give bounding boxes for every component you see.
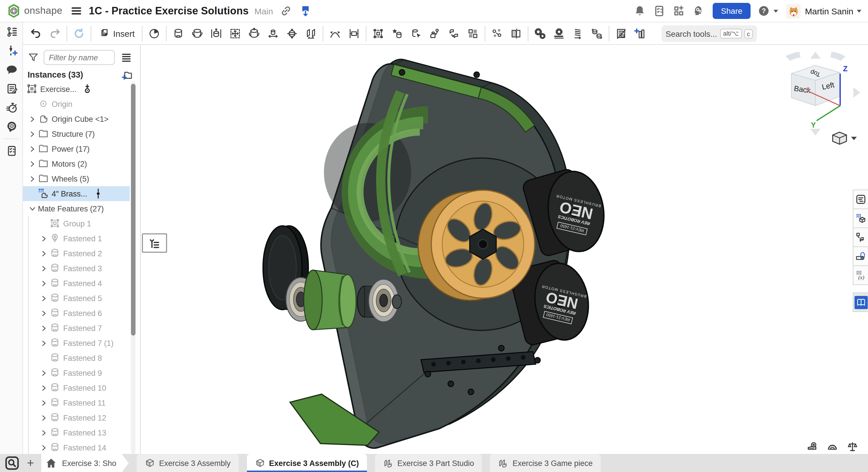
collapse-chevron-icon[interactable] <box>26 203 38 214</box>
tree-item-fastened-7-1[interactable]: Fastened 7 (1) <box>23 335 141 351</box>
linear-pattern-button[interactable] <box>463 24 482 42</box>
mate-connector-button[interactable] <box>145 24 163 42</box>
cylindrical-mate-button[interactable] <box>244 24 263 42</box>
tree-item-fastened-8[interactable]: Fastened 8 <box>23 351 141 365</box>
add-tab-button[interactable]: + <box>23 454 38 472</box>
display-states-panel-button[interactable] <box>853 246 868 266</box>
user-avatar[interactable] <box>786 4 801 18</box>
create-version-icon[interactable] <box>0 41 23 60</box>
tree-item-fastened-9[interactable]: Fastened 9 <box>23 365 141 380</box>
feedback-icon[interactable] <box>0 117 23 136</box>
tree-item-structure-folder[interactable]: Structure (7) <box>23 126 141 141</box>
exploded-view-button[interactable] <box>487 24 506 42</box>
variables-panel-button[interactable] <box>853 265 868 285</box>
screw-relation-button[interactable] <box>568 24 587 42</box>
tree-item-fastened-13[interactable]: Fastened 13 <box>23 425 141 440</box>
tree-item-fastened-7[interactable]: Fastened 7 <box>23 321 141 335</box>
expand-chevron-icon[interactable] <box>26 173 38 184</box>
named-positions-button[interactable] <box>388 24 406 42</box>
derived-parts-panel-button[interactable] <box>853 228 868 247</box>
expand-chevron-icon[interactable] <box>38 263 50 274</box>
width-mate-button[interactable] <box>344 24 363 42</box>
tree-item-fastened-11[interactable]: Fastened 11 <box>23 395 141 410</box>
group-button[interactable] <box>368 24 388 42</box>
expand-chevron-icon[interactable] <box>38 248 50 259</box>
user-caret-icon[interactable] <box>857 9 861 12</box>
workspace-name[interactable]: Main <box>254 6 273 16</box>
tasks-icon[interactable] <box>0 141 23 160</box>
expand-chevron-icon[interactable] <box>38 292 50 304</box>
redo-button[interactable] <box>45 24 64 42</box>
tab-exercise-3-shooter[interactable]: Exercise 3: Sho <box>41 454 129 472</box>
expand-chevron-icon[interactable] <box>26 158 38 170</box>
tree-item-origin[interactable]: Origin <box>23 96 141 112</box>
tree-item-assembly-root[interactable]: Exercise... <box>23 82 141 96</box>
learning-brain-icon[interactable] <box>692 5 705 17</box>
protractor-icon[interactable] <box>827 441 838 452</box>
versions-flag-icon[interactable] <box>300 5 312 17</box>
tree-item-fastened-4[interactable]: Fastened 4 <box>23 276 141 291</box>
expand-chevron-icon[interactable] <box>26 143 38 154</box>
ball-mate-button[interactable] <box>282 24 301 42</box>
tree-item-fastened-14[interactable]: Fastened 14 <box>23 440 141 454</box>
tangent-mate-button[interactable] <box>325 24 344 42</box>
search-tools-input[interactable]: Search tools... alt/⌥ c <box>661 25 757 42</box>
bom-table-button[interactable] <box>611 24 630 42</box>
expand-chevron-icon[interactable] <box>38 397 50 409</box>
planar-mate-button[interactable] <box>225 24 244 42</box>
expand-chevron-icon[interactable] <box>38 367 50 379</box>
rack-pinion-relation-button[interactable] <box>549 24 568 42</box>
tab-exercise-3-assembly[interactable]: Exercise 3 Assembly <box>137 454 239 472</box>
help-caret-icon[interactable] <box>774 9 778 12</box>
onshape-logo[interactable]: onshape <box>7 4 62 18</box>
tree-item-fastened-1[interactable]: Fastened 1 <box>23 231 141 246</box>
slider-mate-button[interactable] <box>207 24 225 42</box>
add-folder-icon[interactable] <box>121 69 133 81</box>
search-tabs-icon[interactable] <box>5 455 20 471</box>
tab-exercise-3-part-studio[interactable]: Exercise 3 Part Studio <box>375 454 482 472</box>
user-name[interactable]: Martin Sanin <box>805 6 854 16</box>
structure-panel-button[interactable] <box>853 189 868 209</box>
tree-scrollbar-thumb[interactable] <box>131 84 135 335</box>
pin-slot-mate-button[interactable] <box>263 24 282 42</box>
tree-item-fastened-12[interactable]: Fastened 12 <box>23 410 141 425</box>
notifications-bell-icon[interactable] <box>634 5 646 17</box>
learning-center-button[interactable] <box>853 292 868 312</box>
expand-chevron-icon[interactable] <box>38 442 50 453</box>
section-view-button[interactable] <box>506 24 525 42</box>
fastened-mate-button[interactable] <box>168 24 187 42</box>
expand-chevron-icon[interactable] <box>26 113 38 125</box>
tree-item-origin-cube[interactable]: Origin Cube <1> <box>23 112 141 126</box>
tab-exercise-3-game-piece[interactable]: Exercise 3 Game piece <box>490 454 601 472</box>
move-part-button[interactable] <box>406 24 425 42</box>
replicate-button[interactable] <box>444 24 463 42</box>
help-icon[interactable] <box>757 5 770 17</box>
parallel-mate-button[interactable] <box>301 24 320 42</box>
filter-input[interactable] <box>44 50 115 65</box>
apps-icon[interactable] <box>673 5 685 17</box>
tape-measure-icon[interactable] <box>807 441 818 452</box>
tree-item-mate-features[interactable]: Mate Features (27) <box>23 201 141 216</box>
expand-chevron-icon[interactable] <box>38 427 50 438</box>
tree-item-power-folder[interactable]: Power (17) <box>23 141 141 156</box>
list-view-icon[interactable] <box>121 52 132 63</box>
comments-icon[interactable] <box>0 60 23 79</box>
performance-icon[interactable] <box>0 98 23 117</box>
tree-item-fastened-10[interactable]: Fastened 10 <box>23 380 141 395</box>
custom-table-button[interactable] <box>630 24 649 42</box>
rolling-relation-button[interactable] <box>587 24 606 42</box>
document-history-icon[interactable] <box>0 22 23 41</box>
features-panel-toggle-button[interactable] <box>142 233 167 253</box>
tab-exercise-3-assembly-c-active[interactable]: Exercise 3 Assembly (C) <box>247 454 367 472</box>
tree-item-wheels-folder[interactable]: Wheels (5) <box>23 171 141 186</box>
expand-chevron-icon[interactable] <box>38 412 50 423</box>
insert-button[interactable]: Insert <box>94 24 139 42</box>
tree-item-brass-wheel-selected[interactable]: 4" Brass... <box>23 186 130 201</box>
expand-chevron-icon[interactable] <box>26 128 38 140</box>
tree-item-fastened-5[interactable]: Fastened 5 <box>23 291 141 306</box>
expand-chevron-icon[interactable] <box>38 277 50 289</box>
gear-relation-button[interactable] <box>530 24 549 42</box>
snap-mode-button[interactable] <box>425 24 444 42</box>
home-icon[interactable] <box>45 457 57 469</box>
tree-item-fastened-6[interactable]: Fastened 6 <box>23 306 141 321</box>
